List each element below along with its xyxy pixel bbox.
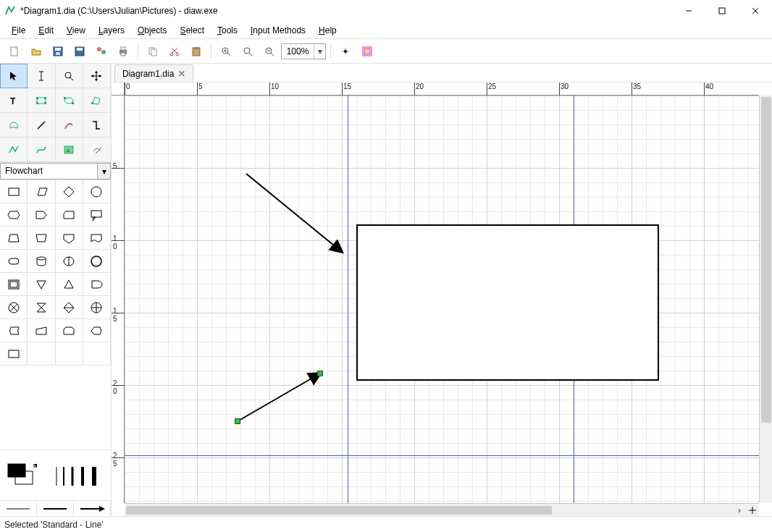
drawing-canvas[interactable] bbox=[125, 96, 759, 503]
tool-outline[interactable] bbox=[83, 138, 111, 162]
menu-select[interactable]: Select bbox=[175, 24, 210, 37]
menu-help[interactable]: Help bbox=[313, 24, 343, 37]
menu-view[interactable]: View bbox=[61, 24, 91, 37]
svg-rect-61 bbox=[91, 102, 93, 104]
shape-trapezoid[interactable] bbox=[0, 227, 28, 250]
menu-tools[interactable]: Tools bbox=[211, 24, 243, 37]
tab-diagram1[interactable]: Diagram1.dia ✕ bbox=[114, 64, 193, 82]
shape-triangle-up[interactable] bbox=[56, 273, 83, 296]
zoom-value[interactable]: 100% bbox=[282, 46, 314, 56]
line-style[interactable] bbox=[37, 501, 74, 516]
tool-text-edit[interactable] bbox=[28, 64, 55, 88]
shape-terminal[interactable] bbox=[0, 250, 28, 273]
svg-marker-60 bbox=[93, 97, 100, 104]
export-icon[interactable] bbox=[91, 41, 112, 62]
new-file-icon[interactable] bbox=[4, 41, 25, 62]
line-width-samples[interactable] bbox=[43, 450, 111, 500]
copy-icon[interactable] bbox=[143, 41, 163, 62]
open-file-icon[interactable] bbox=[26, 41, 46, 62]
shape-hourglass[interactable] bbox=[28, 296, 55, 319]
window-close-button[interactable] bbox=[739, 0, 772, 22]
shape-card[interactable] bbox=[56, 203, 83, 227]
tool-box[interactable] bbox=[28, 88, 55, 113]
zoom-combo[interactable]: 100% ▾ bbox=[281, 43, 326, 59]
nav-arrows-icon[interactable] bbox=[746, 504, 759, 517]
shape-loop-limit[interactable] bbox=[56, 319, 83, 342]
cut-icon[interactable] bbox=[164, 41, 185, 62]
tool-line[interactable] bbox=[28, 113, 55, 138]
shape-manual-input[interactable] bbox=[28, 319, 55, 342]
shape-circle-plus[interactable] bbox=[83, 296, 111, 319]
shape-connector[interactable] bbox=[83, 250, 111, 273]
shape-internal-storage[interactable] bbox=[0, 342, 28, 366]
menu-input-methods[interactable]: Input Methods bbox=[245, 24, 311, 37]
arrow-end-style[interactable] bbox=[74, 501, 111, 516]
zoom-dropdown-icon[interactable]: ▾ bbox=[314, 44, 325, 59]
save-icon[interactable] bbox=[48, 41, 68, 62]
zoom-out-icon[interactable] bbox=[259, 41, 280, 62]
shape-pentagon[interactable] bbox=[28, 203, 55, 227]
shape-database[interactable] bbox=[28, 250, 55, 273]
menu-layers[interactable]: Layers bbox=[93, 24, 130, 37]
shape-display[interactable] bbox=[83, 319, 111, 342]
selection-handle[interactable] bbox=[235, 418, 240, 424]
vertical-scrollbar[interactable] bbox=[759, 96, 772, 503]
selection-handle[interactable] bbox=[317, 371, 323, 376]
vertical-ruler: 5 1 0 1 5 2 0 2 5 bbox=[112, 96, 125, 503]
tool-polyline[interactable] bbox=[0, 138, 28, 162]
menu-objects[interactable]: Objects bbox=[132, 24, 173, 37]
tool-zigzag[interactable] bbox=[83, 113, 111, 138]
sheet-name[interactable]: Flowchart bbox=[0, 163, 98, 180]
svg-marker-97 bbox=[64, 327, 74, 334]
shape-callout[interactable] bbox=[83, 203, 111, 227]
horizontal-scrollbar[interactable]: › bbox=[125, 503, 759, 516]
snap-grid-icon[interactable] bbox=[357, 41, 377, 62]
tool-ellipse[interactable] bbox=[56, 88, 83, 113]
tool-pointer[interactable] bbox=[0, 64, 28, 88]
shape-document[interactable] bbox=[83, 227, 111, 250]
window-maximize-button[interactable] bbox=[705, 0, 739, 22]
tool-magnify[interactable] bbox=[56, 64, 83, 88]
shape-triangle-down[interactable] bbox=[28, 273, 55, 296]
tool-arc[interactable] bbox=[56, 113, 83, 138]
canvas-rectangle-object[interactable] bbox=[356, 224, 659, 381]
paste-icon[interactable] bbox=[186, 41, 206, 62]
tool-polygon[interactable] bbox=[83, 88, 111, 113]
shape-sort[interactable] bbox=[56, 296, 83, 319]
chevron-down-icon[interactable]: ▾ bbox=[98, 163, 111, 180]
window-minimize-button[interactable] bbox=[672, 0, 705, 22]
tool-bezier[interactable] bbox=[28, 138, 55, 162]
shape-empty bbox=[28, 342, 55, 366]
zoom-fit-icon[interactable] bbox=[238, 41, 258, 62]
shape-dshape[interactable] bbox=[83, 273, 111, 296]
shape-frame[interactable] bbox=[0, 273, 28, 296]
shape-hexagon[interactable] bbox=[0, 203, 28, 227]
menu-file[interactable]: File bbox=[6, 24, 31, 37]
ruler-v-label: 1 0 bbox=[113, 235, 117, 250]
shape-circle-x[interactable] bbox=[0, 296, 28, 319]
shape-trapezoid2[interactable] bbox=[28, 227, 55, 250]
tool-text[interactable]: T bbox=[0, 88, 28, 113]
tool-image[interactable] bbox=[56, 138, 83, 162]
close-tab-icon[interactable]: ✕ bbox=[178, 69, 185, 79]
menu-edit[interactable]: Edit bbox=[33, 24, 59, 37]
ruler-h-label: 40 bbox=[705, 83, 713, 90]
shape-stored-data[interactable] bbox=[0, 319, 28, 342]
shape-circle[interactable] bbox=[83, 180, 111, 203]
sheet-selector[interactable]: Flowchart ▾ bbox=[0, 163, 111, 180]
shape-rectangle[interactable] bbox=[0, 180, 28, 203]
shape-parallelogram[interactable] bbox=[28, 180, 55, 203]
arrow-start-style[interactable] bbox=[0, 501, 37, 516]
snap-point-icon[interactable] bbox=[335, 41, 356, 62]
tool-beziergon[interactable] bbox=[0, 113, 28, 138]
shape-offpage[interactable] bbox=[56, 227, 83, 250]
zoom-in-icon[interactable] bbox=[216, 41, 236, 62]
tool-scroll[interactable] bbox=[83, 64, 111, 88]
svg-rect-73 bbox=[91, 211, 101, 217]
scroll-right-icon[interactable]: › bbox=[733, 504, 746, 517]
shape-direct-data[interactable] bbox=[56, 250, 83, 273]
save-as-icon[interactable] bbox=[70, 41, 90, 62]
fg-bg-swatch[interactable] bbox=[0, 450, 43, 500]
shape-diamond[interactable] bbox=[56, 180, 83, 203]
print-icon[interactable] bbox=[113, 41, 133, 62]
